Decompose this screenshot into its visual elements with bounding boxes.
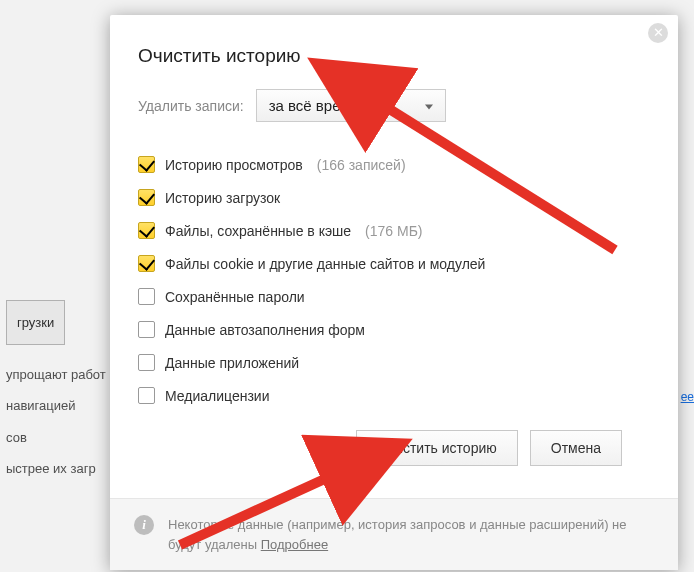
option-label: Историю просмотров [165, 157, 303, 173]
option-row: Историю просмотров(166 записей) [138, 148, 650, 181]
checkbox[interactable] [138, 354, 155, 371]
checkbox[interactable] [138, 387, 155, 404]
checkbox[interactable] [138, 189, 155, 206]
dropdown-value: за всё время [269, 97, 359, 114]
checkbox[interactable] [138, 288, 155, 305]
footer-more-link[interactable]: Подробнее [261, 537, 328, 552]
cancel-button[interactable]: Отмена [530, 430, 622, 466]
option-row: Файлы cookie и другие данные сайтов и мо… [138, 247, 650, 280]
dialog-actions: Очистить историю Отмена [138, 430, 650, 484]
option-label: Данные приложений [165, 355, 299, 371]
dialog-footer: i Некоторые данные (например, история за… [110, 498, 678, 570]
checkbox[interactable] [138, 255, 155, 272]
time-range-label: Удалить записи: [138, 98, 244, 114]
option-meta: (176 МБ) [365, 223, 422, 239]
close-icon[interactable]: ✕ [648, 23, 668, 43]
checkbox[interactable] [138, 321, 155, 338]
option-row: Сохранённые пароли [138, 280, 650, 313]
option-label: Файлы cookie и другие данные сайтов и мо… [165, 256, 485, 272]
checkbox[interactable] [138, 222, 155, 239]
clear-history-button[interactable]: Очистить историю [356, 430, 518, 466]
footer-text: Некоторые данные (например, история запр… [168, 515, 654, 554]
clear-history-dialog: ✕ Очистить историю Удалить записи: за вс… [110, 15, 678, 570]
option-label: Файлы, сохранённые в кэше [165, 223, 351, 239]
option-row: Данные автозаполнения форм [138, 313, 650, 346]
option-label: Сохранённые пароли [165, 289, 305, 305]
option-row: Данные приложений [138, 346, 650, 379]
option-row: Файлы, сохранённые в кэше(176 МБ) [138, 214, 650, 247]
checkbox[interactable] [138, 156, 155, 173]
dialog-title: Очистить историю [138, 45, 650, 67]
option-meta: (166 записей) [317, 157, 406, 173]
time-range-dropdown[interactable]: за всё время [256, 89, 446, 122]
option-label: Медиалицензии [165, 388, 270, 404]
option-row: Медиалицензии [138, 379, 650, 412]
dialog-body: Очистить историю Удалить записи: за всё … [110, 15, 678, 498]
option-row: Историю загрузок [138, 181, 650, 214]
option-label: Данные автозаполнения форм [165, 322, 365, 338]
time-range-row: Удалить записи: за всё время [138, 89, 650, 122]
option-label: Историю загрузок [165, 190, 280, 206]
info-icon: i [134, 515, 154, 535]
options-list: Историю просмотров(166 записей)Историю з… [138, 148, 650, 412]
